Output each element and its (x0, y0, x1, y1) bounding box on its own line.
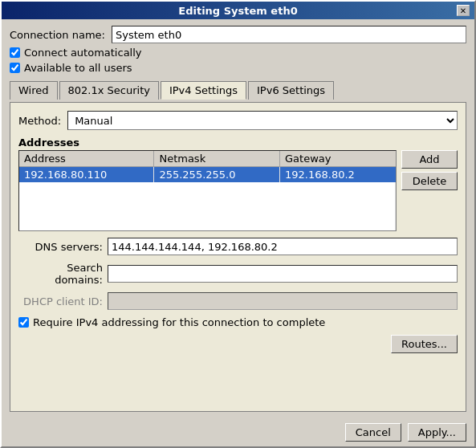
dns-label: DNS servers: (18, 241, 103, 253)
addr-buttons: Add Delete (401, 150, 458, 231)
addresses-title: Addresses (18, 136, 458, 149)
connection-name-label: Connection name: (10, 29, 105, 41)
cell-gateway: 192.168.80.2 (280, 167, 396, 183)
connection-name-row: Connection name: (10, 26, 466, 43)
window-title: Editing System eth0 (19, 5, 457, 17)
dns-row: DNS servers: (18, 238, 458, 255)
method-row: Method: Manual Automatic (DHCP) Link-Loc… (18, 111, 458, 130)
addresses-table: Address Netmask Gateway 192.168.80.110 2… (19, 151, 396, 230)
tab-ipv6-settings[interactable]: IPv6 Settings (248, 81, 334, 100)
available-to-all-users-checkbox[interactable] (10, 63, 20, 73)
dhcp-input (108, 292, 458, 310)
routes-button[interactable]: Routes... (391, 335, 458, 353)
connect-automatically-label: Connect automatically (24, 47, 142, 59)
content-area: Connection name: Connect automatically A… (2, 19, 474, 418)
tab-ipv4-settings[interactable]: IPv4 Settings (161, 81, 246, 100)
search-label: Search domains: (18, 262, 103, 286)
main-window: Editing System eth0 ✕ Connection name: C… (0, 0, 476, 448)
dhcp-label: DHCP client ID: (18, 295, 103, 307)
table-row[interactable]: 192.168.80.110 255.255.255.0 192.168.80.… (19, 167, 396, 183)
search-domains-input[interactable] (108, 265, 458, 283)
tab-wired[interactable]: Wired (10, 81, 58, 100)
dns-input[interactable] (108, 238, 458, 255)
connect-automatically-row: Connect automatically (10, 47, 466, 59)
titlebar: Editing System eth0 ✕ (2, 2, 474, 19)
require-ipv4-checkbox[interactable] (18, 317, 29, 328)
tab-802-1x-security[interactable]: 802.1x Security (59, 81, 159, 100)
addresses-table-container: Address Netmask Gateway 192.168.80.110 2… (18, 150, 397, 231)
col-gateway: Gateway (280, 151, 396, 167)
method-select[interactable]: Manual Automatic (DHCP) Link-Local Only … (67, 111, 458, 130)
col-netmask: Netmask (154, 151, 280, 167)
addresses-section: Address Netmask Gateway 192.168.80.110 2… (18, 150, 458, 231)
require-label: Require IPv4 addressing for this connect… (33, 316, 325, 328)
method-label: Method: (18, 115, 61, 127)
tabs-bar: Wired 802.1x Security IPv4 Settings IPv6… (10, 80, 466, 99)
footer: Cancel Apply... (2, 418, 474, 446)
connect-automatically-checkbox[interactable] (10, 47, 20, 58)
add-button[interactable]: Add (401, 150, 458, 169)
connection-name-input[interactable] (112, 26, 466, 43)
cell-netmask: 255.255.255.0 (154, 167, 280, 183)
table-empty-row (19, 182, 396, 230)
search-domains-row: Search domains: (18, 262, 458, 286)
cancel-button[interactable]: Cancel (345, 423, 401, 442)
delete-button[interactable]: Delete (401, 172, 458, 190)
routes-row: Routes... (18, 335, 458, 353)
close-button[interactable]: ✕ (457, 5, 470, 16)
ipv4-tab-content: Method: Manual Automatic (DHCP) Link-Loc… (10, 102, 466, 412)
cell-address: 192.168.80.110 (19, 167, 154, 183)
require-row: Require IPv4 addressing for this connect… (18, 316, 458, 328)
apply-button[interactable]: Apply... (408, 423, 466, 442)
addresses-section-wrapper: Addresses Address Netmask Gateway (18, 136, 458, 231)
col-address: Address (19, 151, 154, 167)
available-to-all-users-row: Available to all users (10, 62, 466, 74)
available-to-all-users-label: Available to all users (24, 62, 132, 74)
table-header-row: Address Netmask Gateway (19, 151, 396, 167)
dhcp-row: DHCP client ID: (18, 292, 458, 310)
